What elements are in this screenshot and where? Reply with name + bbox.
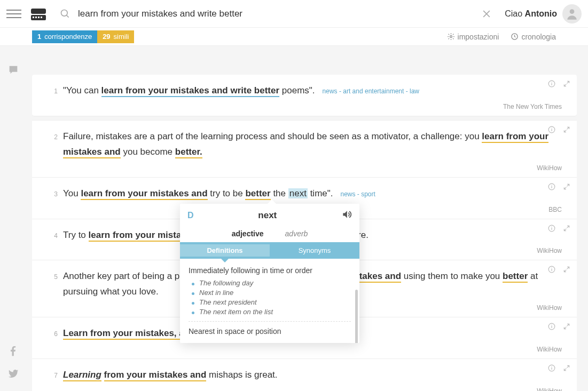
clear-search-icon[interactable] [481, 9, 492, 19]
info-icon[interactable] [548, 126, 555, 133]
result-text: "You can learn from your mistakes and wr… [63, 83, 562, 99]
search-input[interactable] [78, 9, 481, 19]
result-text: Learning from your mistakes and mishaps … [63, 368, 562, 383]
dictionary-badge: D [187, 211, 194, 220]
info-icon[interactable] [548, 183, 555, 190]
settings-link[interactable]: impostazioni [447, 33, 499, 41]
svg-point-11 [450, 36, 452, 38]
app-logo[interactable] [30, 5, 47, 22]
clock-icon [511, 33, 519, 41]
expand-icon[interactable] [563, 266, 570, 273]
svg-rect-4 [38, 17, 40, 18]
expand-icon[interactable] [563, 126, 570, 133]
svg-rect-3 [35, 17, 37, 18]
svg-point-18 [551, 127, 552, 128]
svg-point-10 [570, 9, 575, 14]
result-number: 2 [47, 131, 58, 141]
expand-icon[interactable] [563, 225, 570, 232]
menu-hamburger[interactable] [6, 6, 21, 21]
svg-rect-0 [31, 9, 46, 14]
twitter-icon[interactable] [8, 369, 19, 381]
result-number: 5 [47, 271, 58, 281]
result-number: 6 [47, 328, 58, 338]
matches-badge: 1corrispondenze [32, 30, 97, 43]
svg-point-27 [551, 268, 552, 268]
history-link[interactable]: cronologia [511, 33, 556, 41]
speaker-icon[interactable] [341, 209, 352, 222]
result-source: WikiHow [47, 346, 562, 353]
result-tags: news - sport [341, 190, 375, 198]
greeting: Ciao Antonio [505, 9, 557, 19]
result-card: 7Learning from your mistakes and mishaps… [32, 358, 577, 391]
example-text: The following day [199, 279, 351, 287]
svg-point-15 [551, 82, 552, 82]
result-text: You learn from your mistakes and try to … [63, 186, 562, 202]
svg-rect-2 [33, 17, 34, 18]
svg-point-21 [551, 185, 552, 185]
avatar[interactable] [562, 4, 582, 23]
tab-definitions[interactable]: Definitions [180, 242, 270, 259]
svg-point-6 [61, 10, 68, 16]
facebook-icon[interactable] [8, 346, 19, 359]
svg-rect-14 [551, 83, 552, 85]
search-icon [60, 9, 70, 19]
info-icon[interactable] [548, 323, 555, 330]
result-number: 7 [47, 370, 58, 379]
svg-rect-26 [551, 269, 552, 271]
result-card: 1"You can learn from your mistakes and w… [32, 75, 577, 116]
info-icon[interactable] [548, 225, 555, 232]
expand-icon[interactable] [563, 183, 570, 190]
expand-icon[interactable] [563, 323, 570, 330]
expand-icon[interactable] [563, 364, 570, 372]
svg-rect-20 [551, 186, 552, 188]
pos-adjective[interactable]: adjective [232, 229, 264, 238]
example-text: Next in line [199, 289, 351, 297]
info-icon[interactable] [548, 80, 555, 87]
definition-text: Immediately following in time or order [189, 266, 351, 275]
popup-word: next [194, 210, 341, 221]
result-tags: news - art and entertainment - law [323, 87, 419, 95]
result-source: WikiHow [47, 387, 562, 391]
svg-point-33 [551, 366, 552, 367]
svg-rect-32 [551, 368, 552, 370]
definition-text: Nearest in space or position [189, 321, 351, 336]
svg-point-30 [551, 325, 552, 325]
svg-line-7 [67, 15, 69, 17]
info-icon[interactable] [548, 266, 555, 273]
example-text: The next item on the list [199, 308, 351, 316]
result-text: Failure, mistakes are a part of the lear… [63, 129, 562, 160]
gear-icon [447, 33, 455, 41]
result-card: 2Failure, mistakes are a part of the lea… [32, 120, 577, 177]
svg-rect-29 [551, 326, 552, 328]
dictionary-popup: D next adjective adverb Definitions Syno… [180, 204, 359, 343]
similar-badge: 29simili [97, 30, 134, 43]
tab-synonyms[interactable]: Synonyms [270, 242, 359, 259]
scrollbar[interactable] [355, 290, 358, 343]
info-icon[interactable] [548, 364, 555, 372]
example-text: The next president [199, 298, 351, 306]
comment-icon[interactable] [7, 64, 19, 78]
result-number: 3 [47, 188, 58, 198]
expand-icon[interactable] [563, 80, 570, 87]
svg-rect-5 [41, 17, 42, 18]
result-number: 4 [47, 230, 58, 240]
svg-rect-23 [551, 227, 552, 229]
svg-rect-17 [551, 129, 552, 131]
pos-adverb[interactable]: adverb [285, 229, 308, 238]
svg-point-24 [551, 226, 552, 227]
result-source: The New York Times [47, 103, 562, 110]
result-number: 1 [47, 85, 58, 95]
result-source: WikiHow [47, 164, 562, 172]
